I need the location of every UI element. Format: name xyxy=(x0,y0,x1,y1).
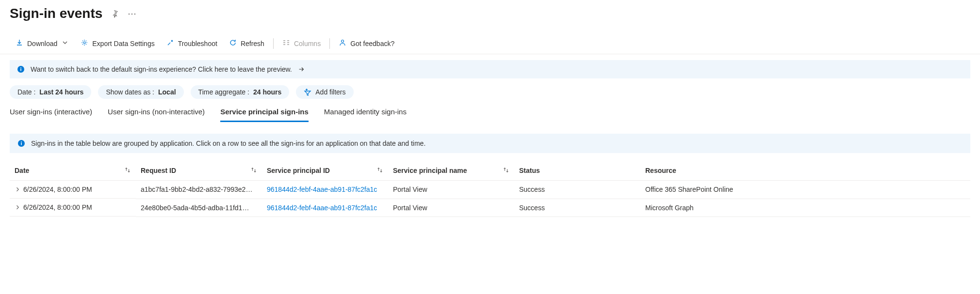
filter-date-value: Last 24 hours xyxy=(39,88,83,96)
svg-rect-3 xyxy=(20,69,21,71)
col-header-resource[interactable]: Resource xyxy=(640,162,970,181)
svg-rect-6 xyxy=(21,143,22,145)
svg-point-1 xyxy=(342,40,344,43)
col-header-sp-id-label: Service principal ID xyxy=(267,167,330,174)
col-header-sp-name-label: Service principal name xyxy=(393,167,467,174)
filter-aggregate[interactable]: Time aggregate : 24 hours xyxy=(191,85,290,99)
tab-user-interactive[interactable]: User sign-ins (interactive) xyxy=(10,104,92,122)
cell-status: Success xyxy=(514,181,640,199)
chevron-right-icon[interactable] xyxy=(15,186,20,192)
filter-agg-value: 24 hours xyxy=(253,88,281,96)
cell-status: Success xyxy=(514,199,640,217)
col-header-sp-name[interactable]: Service principal name xyxy=(388,162,514,181)
signins-table: Date Request ID Service principal ID Ser… xyxy=(10,162,970,217)
svg-rect-7 xyxy=(21,141,22,142)
filter-agg-label: Time aggregate : xyxy=(198,88,249,96)
cell-resource: Microsoft Graph xyxy=(640,199,970,217)
table-row[interactable]: 6/26/2024, 8:00:00 PM a1bc7fa1-9bb2-4bd2… xyxy=(10,181,970,199)
preview-banner[interactable]: Want to switch back to the default sign-… xyxy=(10,60,970,78)
cell-sp-name: Portal View xyxy=(388,199,514,217)
columns-label: Columns xyxy=(294,40,321,47)
wrench-icon xyxy=(166,39,174,48)
sort-icon[interactable] xyxy=(250,167,257,173)
pin-icon[interactable] xyxy=(111,10,119,17)
gear-icon xyxy=(81,39,88,48)
sort-icon[interactable] xyxy=(376,167,383,173)
filter-dates-as-value: Local xyxy=(158,88,176,96)
troubleshoot-label: Troubleshoot xyxy=(178,40,217,47)
tab-user-noninteractive[interactable]: User sign-ins (non-interactive) xyxy=(108,104,205,122)
table-row[interactable]: 6/26/2024, 8:00:00 PM 24e80be0-5ada-4b5d… xyxy=(10,199,970,217)
tabs: User sign-ins (interactive) User sign-in… xyxy=(10,104,970,122)
cell-sp-id[interactable]: 961844d2-febf-4aae-ab91-87fc2fa1c xyxy=(267,186,377,193)
toolbar: Download Export Data Settings Troublesho… xyxy=(0,33,980,54)
info-icon xyxy=(17,139,25,147)
cell-request-id: 24e80be0-5ada-4b5d-adba-11fd1… xyxy=(136,199,262,217)
more-icon[interactable]: ⋯ xyxy=(128,8,137,19)
sort-icon[interactable] xyxy=(124,167,131,173)
table-header-row: Date Request ID Service principal ID Ser… xyxy=(10,162,970,181)
chevron-right-icon[interactable] xyxy=(15,204,20,210)
chevron-down-icon xyxy=(61,39,69,48)
cell-request-id: a1bc7fa1-9bb2-4bd2-a832-7993e2… xyxy=(136,181,262,199)
col-header-resource-label: Resource xyxy=(645,167,676,174)
info-icon xyxy=(17,65,25,73)
columns-button: Columns xyxy=(277,35,327,52)
col-header-status[interactable]: Status xyxy=(514,162,640,181)
filter-add-icon xyxy=(304,88,311,96)
export-label: Export Data Settings xyxy=(92,40,154,47)
col-header-date-label: Date xyxy=(15,167,29,174)
cell-date: 6/26/2024, 8:00:00 PM xyxy=(23,186,92,193)
svg-point-0 xyxy=(83,42,85,44)
columns-icon xyxy=(282,39,290,48)
col-header-request-id[interactable]: Request ID xyxy=(136,162,262,181)
feedback-button[interactable]: Got feedback? xyxy=(333,35,400,52)
refresh-label: Refresh xyxy=(241,40,264,47)
preview-banner-text: Want to switch back to the default sign-… xyxy=(31,65,292,73)
page-title: Sign-in events xyxy=(10,6,102,21)
col-header-request-id-label: Request ID xyxy=(141,167,176,174)
grouping-info-text: Sign-ins in the table below are grouped … xyxy=(31,139,425,147)
col-header-date[interactable]: Date xyxy=(10,162,136,181)
col-header-sp-id[interactable]: Service principal ID xyxy=(262,162,388,181)
cell-date: 6/26/2024, 8:00:00 PM xyxy=(23,203,92,211)
filter-row: Date : Last 24 hours Show dates as : Loc… xyxy=(10,85,970,99)
grouping-info-banner: Sign-ins in the table below are grouped … xyxy=(10,134,970,153)
title-row: Sign-in events ⋯ xyxy=(10,6,970,21)
svg-rect-4 xyxy=(20,67,21,68)
sort-icon[interactable] xyxy=(503,167,509,173)
download-icon xyxy=(16,39,23,48)
feedback-label: Got feedback? xyxy=(350,40,394,47)
add-filters-button[interactable]: Add filters xyxy=(296,85,353,99)
filter-date[interactable]: Date : Last 24 hours xyxy=(10,85,91,99)
filter-dates-as[interactable]: Show dates as : Local xyxy=(98,85,183,99)
refresh-icon xyxy=(229,39,237,48)
separator xyxy=(273,38,274,49)
export-button[interactable]: Export Data Settings xyxy=(75,35,160,52)
col-header-status-label: Status xyxy=(519,167,540,174)
tab-service-principal[interactable]: Service principal sign-ins xyxy=(220,104,309,122)
tab-managed-identity[interactable]: Managed identity sign-ins xyxy=(324,104,407,122)
separator xyxy=(329,38,330,49)
download-label: Download xyxy=(27,40,57,47)
download-button[interactable]: Download xyxy=(10,35,75,52)
cell-resource: Office 365 SharePoint Online xyxy=(640,181,970,199)
refresh-button[interactable]: Refresh xyxy=(223,35,270,52)
cell-sp-id[interactable]: 961844d2-febf-4aae-ab91-87fc2fa1c xyxy=(267,204,377,212)
feedback-icon xyxy=(339,39,346,48)
filter-date-label: Date : xyxy=(17,88,35,96)
troubleshoot-button[interactable]: Troubleshoot xyxy=(161,35,223,52)
filter-dates-as-label: Show dates as : xyxy=(106,88,154,96)
cell-sp-name: Portal View xyxy=(388,181,514,199)
arrow-right-icon xyxy=(298,66,305,73)
add-filters-label: Add filters xyxy=(315,88,345,96)
